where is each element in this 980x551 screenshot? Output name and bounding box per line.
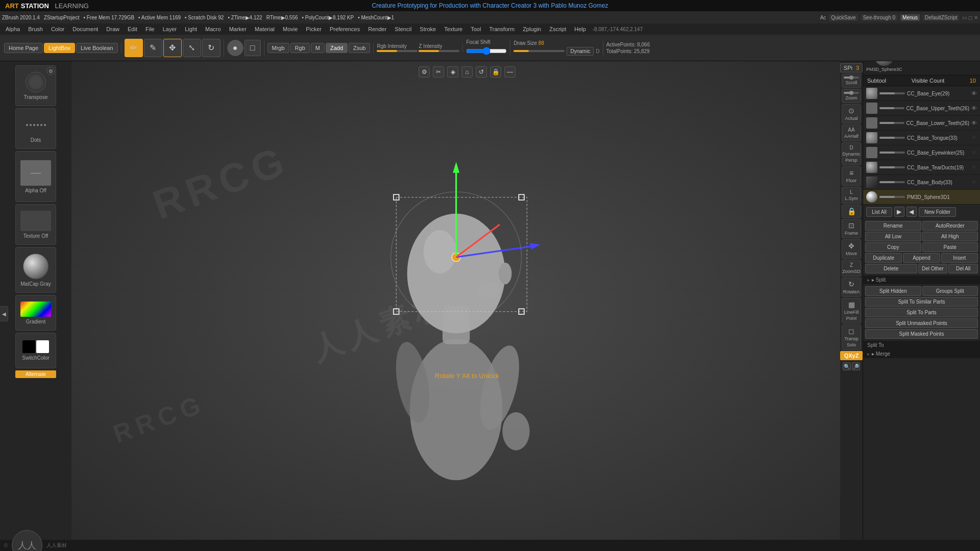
- menu-material[interactable]: Material: [251, 25, 278, 33]
- m-button[interactable]: M: [311, 43, 325, 53]
- eye29-visibility[interactable]: 👁: [971, 90, 977, 96]
- matcap-button[interactable]: MatCap Gray: [15, 247, 56, 293]
- floor-button[interactable]: ≡ Floor: [842, 166, 861, 186]
- split-to-similar-button[interactable]: Split To Similar Parts: [865, 297, 978, 307]
- lock-button[interactable]: 🔒: [842, 205, 861, 218]
- gradient-button[interactable]: Gradient: [15, 295, 56, 331]
- folder-arrow-right[interactable]: ▶: [894, 207, 904, 217]
- tongue-visibility[interactable]: 👁: [971, 135, 977, 141]
- viewport-minus-icon[interactable]: —: [504, 66, 516, 78]
- rename-button[interactable]: Rename: [865, 221, 921, 231]
- menu-light[interactable]: Light: [181, 25, 201, 33]
- append-button[interactable]: Append: [903, 253, 940, 263]
- frame-button[interactable]: ⊡ Frame: [842, 219, 861, 238]
- switch-color-button[interactable]: SwitchColor: [15, 333, 56, 368]
- scale-button[interactable]: ⤡: [183, 39, 201, 57]
- viewport-diamond-icon[interactable]: ◈: [447, 66, 458, 78]
- tongue-slider[interactable]: [879, 137, 905, 139]
- texture-button[interactable]: Texture Off: [15, 204, 56, 245]
- menu-zscript[interactable]: Zscript: [546, 25, 570, 33]
- viewport-scissor-icon[interactable]: ✂: [433, 66, 444, 78]
- paste-button[interactable]: Paste: [922, 242, 978, 252]
- search2-icon[interactable]: 🔎: [852, 362, 860, 370]
- split-unmasked-button[interactable]: Split Unmasked Points: [865, 318, 978, 328]
- new-folder-button[interactable]: New Folder: [919, 207, 956, 217]
- swatch-black[interactable]: [22, 340, 35, 353]
- lsym-button[interactable]: L L.Sym: [842, 187, 861, 204]
- draw-size-slider[interactable]: [513, 50, 565, 52]
- subtool-item-lower-teeth[interactable]: CC_Base_Lower_Teeth(26) 👁: [863, 116, 980, 131]
- alternate-button[interactable]: Alternate: [15, 370, 56, 378]
- subtool-item-tongue[interactable]: CC_Base_Tongue(33) 👁: [863, 131, 980, 145]
- pm3d-sphere-visibility[interactable]: 👁: [971, 194, 977, 200]
- menu-marker[interactable]: Marker: [226, 25, 250, 33]
- zoom-button[interactable]: Zoom: [842, 89, 861, 103]
- merge-section-header[interactable]: ▸ ▸ Merge: [863, 349, 980, 358]
- pm3d-sphere-slider[interactable]: [879, 196, 905, 198]
- magnify-icon[interactable]: 🔍: [843, 362, 851, 370]
- menu-stencil[interactable]: Stencil: [391, 25, 415, 33]
- autoreorder-button[interactable]: AutoReorder: [922, 221, 978, 231]
- linefill-button[interactable]: ▦ LineFill Point: [842, 298, 861, 323]
- insert-button[interactable]: Insert: [941, 253, 978, 263]
- menu-zplugin[interactable]: Zplugin: [519, 25, 545, 33]
- viewport-settings-icon[interactable]: ⚙: [419, 66, 430, 78]
- mrgb-button[interactable]: Mrgb: [267, 43, 289, 53]
- dynamic-icon[interactable]: D: [596, 48, 599, 54]
- copy-button[interactable]: Copy: [865, 242, 921, 252]
- menu-draw[interactable]: Draw: [103, 25, 123, 33]
- subtool-item-tearducts[interactable]: CC_Base_TearDucts(19) 👁: [863, 160, 980, 175]
- subtool-item-upper-teeth[interactable]: CC_Base_Upper_Teeth(26) 👁: [863, 101, 980, 116]
- tearducts-slider[interactable]: [879, 166, 905, 168]
- eyewinker-slider[interactable]: [879, 152, 905, 154]
- body-visibility[interactable]: 👁: [971, 179, 977, 185]
- actual-button[interactable]: ⊙ Actual: [842, 104, 861, 123]
- draw-mode-flat[interactable]: □: [244, 40, 261, 56]
- swatch-white[interactable]: [36, 340, 49, 353]
- menu-macro[interactable]: Macro: [202, 25, 225, 33]
- sidebar-collapse-button[interactable]: ◀: [0, 306, 8, 321]
- subtool-item-eye29[interactable]: CC_Base_Eye(29) 👁: [863, 86, 980, 101]
- menu-texture[interactable]: Texture: [440, 25, 466, 33]
- subtool-item-body[interactable]: CC_Base_Body(33) 👁: [863, 175, 980, 190]
- split-section-header[interactable]: ▸ ▸ Split: [863, 276, 980, 284]
- move-tool-button[interactable]: ✥ Move: [842, 239, 861, 259]
- all-low-button[interactable]: All Low: [865, 232, 921, 241]
- lightbox-button[interactable]: LightBox: [44, 43, 75, 53]
- split-to-parts-button[interactable]: Split To Parts: [865, 308, 978, 317]
- lower-teeth-slider[interactable]: [879, 122, 904, 124]
- zoomsd-button[interactable]: Z ZoomSD: [842, 260, 861, 277]
- menu-movie[interactable]: Movie: [279, 25, 301, 33]
- home-page-button[interactable]: Home Page: [4, 43, 43, 53]
- move-button[interactable]: ✥: [163, 39, 182, 57]
- menu-stroke[interactable]: Stroke: [416, 25, 439, 33]
- eye29-slider[interactable]: [879, 92, 905, 94]
- dynamic-button[interactable]: Dynamic: [567, 47, 594, 56]
- qxyz-button[interactable]: QXyZ: [840, 351, 863, 360]
- menu-render[interactable]: Render: [364, 25, 390, 33]
- dynamic-mode-button[interactable]: D Dynamic Persp: [842, 142, 861, 165]
- transpose-button[interactable]: Transpose ⚙: [15, 65, 56, 106]
- focal-shift-slider[interactable]: [466, 46, 507, 56]
- body-slider[interactable]: [879, 181, 905, 183]
- zadd-button[interactable]: Zadd: [326, 43, 348, 53]
- alpha-button[interactable]: — Alpha Off: [15, 151, 56, 202]
- viewport-refresh-icon[interactable]: ↺: [476, 66, 487, 78]
- folder-arrow-left[interactable]: ◀: [906, 207, 917, 217]
- aahalf-button[interactable]: AA AAHalf: [842, 124, 861, 141]
- main-viewport[interactable]: RRCG 人人素材 RRCG ⚙ ✂ ◈ ⌂ ↺ 🔒 —: [71, 61, 863, 551]
- transpose-settings-icon[interactable]: ⚙: [46, 67, 55, 75]
- del-all-button[interactable]: Del All: [948, 264, 978, 273]
- menu-transform[interactable]: Transform: [485, 25, 518, 33]
- split-hidden-button[interactable]: Split Hidden: [865, 286, 921, 296]
- rgb-intensity-slider[interactable]: [377, 50, 418, 52]
- menu-file[interactable]: File: [142, 25, 158, 33]
- eyewinker-visibility[interactable]: 👁: [971, 149, 977, 156]
- menu-edit[interactable]: Edit: [124, 25, 141, 33]
- menu-color[interactable]: Color: [47, 25, 68, 33]
- upper-teeth-visibility[interactable]: 👁: [971, 105, 977, 111]
- rotate-button[interactable]: ↻: [202, 39, 220, 57]
- dots-button[interactable]: Dots: [15, 108, 56, 149]
- menu-brush[interactable]: Brush: [24, 25, 46, 33]
- z-intensity-slider[interactable]: [419, 50, 459, 52]
